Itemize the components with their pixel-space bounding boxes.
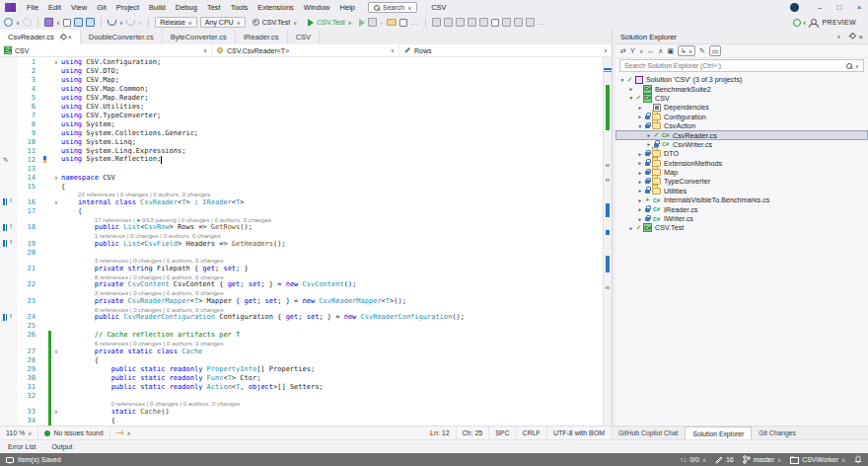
editor-glyph-margin[interactable] (0, 391, 18, 400)
code-line[interactable]: 13 (0, 164, 603, 173)
find-in-files-icon[interactable] (387, 19, 397, 26)
chevron-down-icon[interactable]: ∨ (119, 20, 123, 26)
test-codelens-icon[interactable] (3, 198, 12, 205)
codelens-text[interactable]: 1 reference | 0 changes | 0 authors, 0 c… (61, 232, 221, 239)
editor-glyph-margin[interactable] (0, 417, 18, 426)
codelens-row[interactable]: 1 reference | 0 changes | 0 authors, 0 c… (0, 232, 603, 239)
codelens-text[interactable]: 0 references | 0 changes | 0 authors, 0 … (61, 400, 240, 407)
menu-test[interactable]: Test (202, 1, 226, 14)
tab-csv[interactable]: CSV (288, 30, 320, 44)
code-line[interactable]: 20 (0, 248, 603, 257)
code-line[interactable]: 25 (0, 322, 603, 331)
codelens-row[interactable]: 3 references | 0 changes | 0 authors, 0 … (0, 289, 603, 296)
expander-icon[interactable]: ▾ (636, 123, 644, 129)
preview-selected-items-toggle[interactable]: ▭ (709, 45, 722, 56)
menu-debug[interactable]: Debug (171, 1, 202, 14)
editor-glyph-margin[interactable] (0, 248, 18, 257)
code-line[interactable]: 22private CsvContent CsvContent { get; s… (0, 280, 603, 289)
git-repository-button[interactable]: CSVWorker∧ (790, 456, 845, 464)
editor-vertical-scrollbar[interactable]: + (603, 57, 612, 426)
menu-build[interactable]: Build (144, 1, 171, 14)
collapse-all-icon[interactable]: ∧ (658, 47, 663, 55)
test-codelens-icon[interactable] (3, 314, 12, 321)
tree-item-csvaction[interactable]: ▾CsvAction (615, 121, 868, 130)
code-line[interactable]: 19public List<CsvField> Headers => GetHe… (0, 239, 603, 248)
editor-glyph-margin[interactable] (0, 273, 18, 280)
menu-tools[interactable]: Tools (226, 1, 253, 14)
code-line[interactable]: 15{ (0, 182, 603, 191)
codelens-row[interactable]: 17 references | ● 0/13 passing | 0 chang… (0, 215, 603, 222)
expander-icon[interactable]: ▾ (627, 95, 635, 101)
editor-glyph-margin[interactable] (0, 340, 18, 347)
line-ending-indicator[interactable]: CRLF (517, 427, 547, 439)
start-without-debugging-icon[interactable] (359, 19, 365, 27)
menu-project[interactable]: Project (111, 1, 144, 14)
toolbar-overflow-icon[interactable]: … (410, 18, 419, 27)
code-line[interactable]: 1∨using CSV.Configuration; (0, 57, 603, 66)
solution-explorer-search[interactable]: Search Solution Explorer (Ctrl+;) ∨ (619, 59, 864, 72)
expander-icon[interactable]: ▸ (636, 160, 644, 166)
tree-item-solution-csv-3-of-3-projects-[interactable]: ▾✓Solution 'CSV' (3 of 3 projects) (615, 75, 868, 84)
editor-glyph-margin[interactable] (0, 146, 18, 155)
sync-icon[interactable]: ↔ (647, 47, 654, 54)
code-health-indicator[interactable]: No issues found (38, 427, 109, 439)
expander-icon[interactable]: ▸ (636, 206, 644, 212)
spaces-indicator[interactable]: SPC (489, 427, 516, 439)
codelens-row[interactable]: 3 references | 0 changes | 0 authors, 0 … (0, 257, 603, 264)
code-line[interactable]: 17{ (0, 206, 603, 215)
new-file-icon[interactable] (63, 19, 71, 27)
editor-glyph-margin[interactable] (0, 164, 18, 173)
outdent-icon[interactable] (479, 18, 488, 27)
codelens-row[interactable]: 6 references | 0 changes | 0 authors, 0 … (0, 340, 603, 347)
undo-icon[interactable] (108, 20, 116, 26)
notifications-bell-icon[interactable] (854, 455, 862, 464)
codelens-row[interactable]: 8 references | 0 changes | 0 authors, 0 … (0, 273, 603, 280)
git-sync-button[interactable]: ↑↓0/0∧ (680, 456, 706, 463)
tree-item-utilities[interactable]: ▸Utilities (615, 187, 868, 195)
zoom-dropdown[interactable]: 110 %∨ (0, 427, 38, 439)
chevron-down-icon[interactable]: ∨ (56, 20, 60, 26)
live-share-icon[interactable] (399, 19, 407, 27)
editor-glyph-margin[interactable] (0, 57, 18, 66)
tree-item-internalsvisibleto-benchmarks-cs[interactable]: ▸+C#InternalsVisibleTo.Benchmarks.cs (615, 195, 868, 204)
editor-glyph-margin[interactable] (0, 313, 18, 322)
solution-configuration-dropdown[interactable]: Release∨ (155, 17, 197, 28)
code-line[interactable]: 4using CSV.Map.Common; (0, 84, 603, 93)
chevron-down-icon[interactable]: ∨ (639, 48, 643, 54)
editor-glyph-margin[interactable] (0, 182, 18, 191)
editor-glyph-margin[interactable] (0, 296, 18, 305)
menu-file[interactable]: File (22, 1, 43, 14)
editor-glyph-margin[interactable] (0, 239, 18, 248)
save-icon[interactable] (74, 18, 83, 27)
menu-extensions[interactable]: Extensions (253, 1, 299, 14)
editor-glyph-margin[interactable] (0, 232, 18, 239)
code-line[interactable]: 18public List<CsvRow> Rows => GetRows(); (0, 223, 603, 232)
code-line[interactable]: 11using System.Linq.Expressions; (0, 146, 603, 155)
codelens-row[interactable]: 8 references | 0 changes | 0 authors, 0 … (0, 305, 603, 312)
code-line[interactable]: 9using System.Collections.Generic; (0, 128, 603, 137)
editor-glyph-margin[interactable] (0, 265, 18, 273)
editor-glyph-margin[interactable] (0, 102, 18, 111)
pin-icon[interactable] (847, 34, 853, 39)
toolbar-overflow-icon[interactable]: … (538, 18, 546, 27)
feedback-bubble-icon[interactable] (6, 457, 14, 463)
expander-icon[interactable]: ▸ (636, 151, 644, 157)
menu-view[interactable]: View (66, 1, 92, 14)
close-button[interactable]: × (850, 1, 868, 14)
feedback-icon[interactable] (793, 19, 801, 27)
editor-glyph-margin[interactable] (0, 111, 18, 119)
code-line[interactable]: 16∨internal class CsvReader<T> : IReader… (0, 197, 603, 206)
git-pending-edits-button[interactable]: 16 (715, 456, 734, 464)
code-line[interactable]: 3using CSV.Map; (0, 75, 603, 84)
code-line[interactable]: 33∨static Cache() (0, 408, 603, 417)
editor-glyph-margin[interactable] (0, 215, 18, 222)
panel-tab-error-list[interactable]: Error List (0, 440, 43, 453)
line-numbers-icon[interactable] (456, 18, 465, 27)
tree-item-csv-test[interactable]: ▸✓C#CSV.Test (615, 223, 868, 232)
close-tab-icon[interactable]: × (68, 34, 72, 40)
code-line[interactable]: 26// Cache reflection artifacts per T (0, 331, 603, 340)
editor-glyph-margin[interactable] (0, 119, 18, 128)
codelens-text[interactable]: 3 references | 0 changes | 0 authors, 0 … (61, 257, 224, 264)
editor-glyph-margin[interactable] (0, 84, 18, 93)
search-box[interactable]: Search ∨ (368, 2, 417, 13)
